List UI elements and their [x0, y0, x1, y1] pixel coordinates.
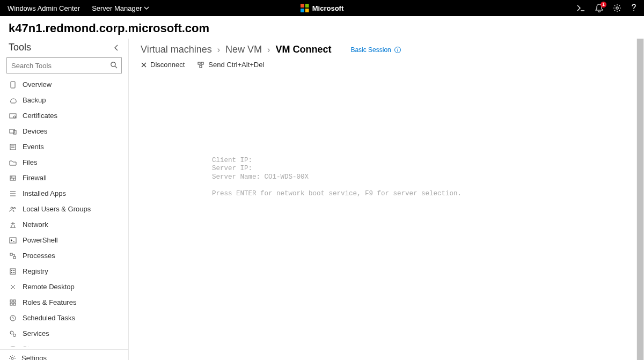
vm-console-text: WDS Boot Manager version 0800 Client IP:… — [212, 148, 462, 199]
breadcrumb-vm-connect: VM Connect — [275, 44, 331, 55]
tool-overview[interactable]: Overview — [0, 77, 128, 92]
registry-icon — [9, 268, 17, 275]
tool-processes[interactable]: Processes — [0, 248, 128, 263]
tool-services[interactable]: Services — [0, 326, 128, 341]
events-icon — [9, 143, 17, 151]
svg-rect-30 — [10, 253, 12, 255]
collapse-sidebar-icon[interactable] — [113, 44, 120, 52]
svg-rect-46 — [198, 62, 200, 64]
overview-icon — [9, 81, 17, 89]
breadcrumb-vms[interactable]: Virtual machines — [141, 44, 212, 55]
tool-files[interactable]: Files — [0, 155, 128, 170]
notifications-icon[interactable]: 1 — [595, 4, 603, 12]
svg-rect-33 — [11, 270, 12, 271]
svg-point-44 — [10, 347, 16, 348]
server-manager-label: Server Manager — [92, 4, 142, 12]
search-icon[interactable] — [110, 61, 118, 69]
settings-label: Settings — [21, 354, 47, 360]
certificates-icon — [9, 112, 17, 120]
scrollbar-thumb[interactable] — [637, 39, 643, 360]
tool-roles-features[interactable]: Roles & Features — [0, 295, 128, 310]
tools-title: Tools — [9, 42, 31, 53]
brand: Microsoft — [301, 4, 344, 12]
remote-desktop-icon — [9, 283, 17, 291]
tool-registry[interactable]: Registry — [0, 263, 128, 279]
svg-point-43 — [13, 334, 16, 336]
breadcrumb-new-vm[interactable]: New VM — [225, 44, 262, 55]
tool-certificates[interactable]: Certificates — [0, 108, 128, 123]
tool-devices[interactable]: Devices — [0, 123, 128, 139]
tool-remote-desktop[interactable]: Remote Desktop — [0, 279, 128, 295]
tool-powershell[interactable]: PowerShell — [0, 232, 128, 248]
tool-firewall[interactable]: Firewall — [0, 170, 128, 186]
svg-point-45 — [11, 357, 13, 359]
svg-rect-36 — [13, 272, 14, 273]
help-icon[interactable] — [631, 4, 636, 12]
powershell-tool-icon — [9, 237, 17, 244]
svg-rect-47 — [201, 62, 203, 64]
tool-installed-apps[interactable]: Installed Apps — [0, 186, 128, 201]
svg-rect-10 — [10, 129, 14, 133]
tool-local-users[interactable]: Local Users & Groups — [0, 201, 128, 217]
tool-backup[interactable]: Backup — [0, 92, 128, 108]
processes-icon — [9, 252, 17, 260]
svg-point-22 — [11, 207, 13, 209]
basic-session-link[interactable]: Basic Session i — [350, 46, 400, 54]
svg-point-5 — [111, 62, 115, 67]
settings-icon — [9, 355, 16, 361]
brand-text: Microsoft — [312, 4, 344, 12]
top-bar: Windows Admin Center Server Manager Micr… — [0, 0, 644, 16]
svg-rect-31 — [13, 256, 16, 259]
tools-list[interactable]: Overview Backup Certificates Devices Eve… — [0, 77, 128, 347]
svg-rect-38 — [13, 300, 16, 302]
svg-point-42 — [10, 331, 13, 334]
firewall-icon — [9, 174, 17, 182]
disconnect-button[interactable]: Disconnect — [141, 61, 185, 69]
svg-rect-1 — [305, 4, 309, 8]
storage-icon — [9, 346, 17, 348]
network-icon — [9, 221, 17, 229]
top-bar-right: 1 — [577, 4, 636, 12]
devices-icon — [9, 128, 17, 135]
settings-button[interactable]: Settings — [0, 349, 128, 360]
cad-icon — [197, 62, 205, 68]
breadcrumb: Virtual machines › New VM › VM Connect B… — [129, 39, 644, 55]
svg-rect-2 — [301, 9, 304, 12]
svg-rect-7 — [11, 82, 15, 88]
info-icon: i — [394, 47, 401, 53]
svg-point-4 — [616, 7, 618, 9]
svg-rect-48 — [200, 65, 202, 68]
tool-network[interactable]: Network — [0, 217, 128, 232]
roles-icon — [9, 299, 17, 306]
svg-rect-12 — [10, 144, 16, 150]
close-icon — [141, 62, 147, 68]
scheduled-tasks-icon — [9, 314, 17, 322]
svg-rect-0 — [301, 4, 304, 8]
backup-icon — [9, 97, 17, 104]
chevron-right-icon: › — [267, 45, 270, 55]
files-icon — [9, 159, 17, 166]
server-manager-dropdown[interactable]: Server Manager — [92, 4, 149, 12]
tool-events[interactable]: Events — [0, 139, 128, 155]
svg-rect-34 — [13, 270, 14, 271]
settings-gear-icon[interactable] — [613, 4, 621, 12]
svg-rect-37 — [10, 300, 12, 302]
send-ctrl-alt-del-button[interactable]: Send Ctrl+Alt+Del — [197, 61, 264, 69]
svg-point-23 — [13, 207, 15, 209]
chevron-right-icon: › — [217, 45, 220, 55]
apps-icon — [9, 190, 17, 197]
app-name[interactable]: Windows Admin Center — [8, 4, 80, 12]
microsoft-logo-icon — [301, 4, 309, 12]
search-tools-input[interactable] — [6, 57, 122, 74]
chevron-down-icon — [144, 5, 149, 11]
tool-storage[interactable]: Storage — [0, 341, 128, 347]
vm-toolbar: Disconnect Send Ctrl+Alt+Del — [129, 55, 644, 74]
main-scrollbar[interactable] — [636, 39, 644, 360]
users-icon — [9, 205, 17, 213]
tool-scheduled-tasks[interactable]: Scheduled Tasks — [0, 310, 128, 326]
server-hostname: k47n1.redmond.corp.microsoft.com — [0, 16, 644, 39]
tools-sidebar: Tools Overview Backup Certificates Devic… — [0, 39, 129, 360]
svg-rect-29 — [10, 238, 16, 243]
top-bar-left: Windows Admin Center Server Manager — [8, 4, 149, 12]
powershell-icon[interactable] — [577, 4, 586, 12]
